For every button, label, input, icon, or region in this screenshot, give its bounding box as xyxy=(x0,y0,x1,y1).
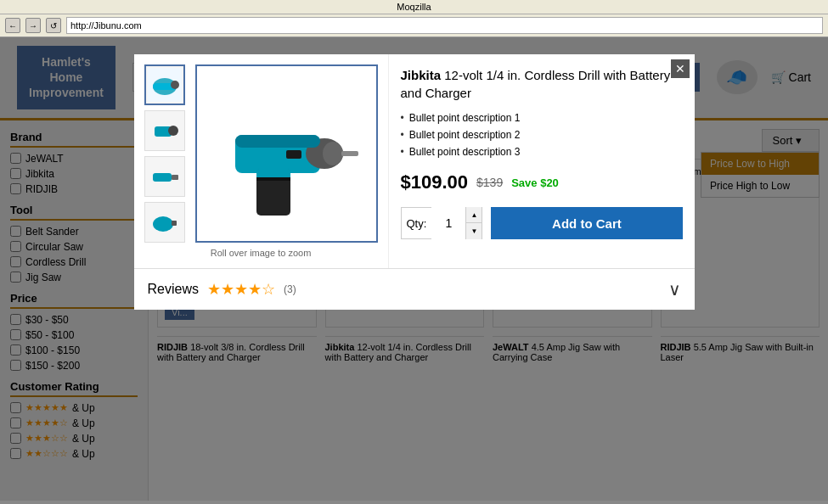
product-modal: ✕ xyxy=(134,54,695,310)
drill-image-svg xyxy=(201,76,371,232)
modal-product-name: 12-volt 1/4 in. Cordless Drill with Batt… xyxy=(401,68,671,100)
modal-body: Roll over image to zoom Jibkita 12-volt … xyxy=(134,54,695,268)
browser-title: Moqzilla xyxy=(0,0,828,14)
qty-label: Qty: xyxy=(402,217,432,230)
qty-up-button[interactable]: ▲ xyxy=(466,207,482,223)
current-price: $109.00 xyxy=(401,171,469,193)
bullet-2: Bullet point description 2 xyxy=(401,129,683,141)
thumbnail-2[interactable] xyxy=(144,110,185,151)
reviews-left: Reviews ★★★★☆ (3) xyxy=(148,280,296,299)
review-stars: ★★★★☆ xyxy=(207,280,275,299)
reviews-section[interactable]: Reviews ★★★★☆ (3) ∨ xyxy=(134,268,695,310)
bullet-1: Bullet point description 1 xyxy=(401,112,683,124)
modal-product-title: Jibkita 12-volt 1/4 in. Cordless Drill w… xyxy=(401,66,683,102)
save-text: Save $20 xyxy=(511,176,559,189)
svg-rect-21 xyxy=(256,177,290,181)
reload-button[interactable]: ↺ xyxy=(46,18,61,33)
thumbnail-1[interactable] xyxy=(144,64,185,105)
qty-down-button[interactable]: ▼ xyxy=(466,223,482,239)
zoom-text: Roll over image to zoom xyxy=(144,248,378,258)
review-count: (3) xyxy=(284,283,296,295)
modal-images-panel: Roll over image to zoom xyxy=(134,54,389,268)
svg-point-6 xyxy=(168,126,178,136)
svg-rect-12 xyxy=(172,221,177,226)
main-product-image xyxy=(195,64,378,243)
reviews-chevron-icon[interactable]: ∨ xyxy=(668,279,681,300)
add-to-cart-button[interactable]: Add to Cart xyxy=(491,207,682,239)
modal-details-panel: Jibkita 12-volt 1/4 in. Cordless Drill w… xyxy=(389,54,695,268)
qty-selector[interactable]: Qty: ▲ ▼ xyxy=(401,207,483,239)
bullet-list: Bullet point description 1 Bullet point … xyxy=(401,112,683,158)
svg-point-3 xyxy=(171,81,179,89)
modal-product-brand: Jibkita xyxy=(401,68,442,82)
bullet-3: Bullet point description 3 xyxy=(401,146,683,158)
svg-rect-9 xyxy=(172,175,178,180)
qty-input[interactable] xyxy=(431,207,465,239)
svg-point-16 xyxy=(323,142,343,165)
svg-point-11 xyxy=(153,216,173,232)
price-row: $109.00 $139 Save $20 xyxy=(401,171,683,193)
forward-button[interactable]: → xyxy=(25,18,41,33)
url-bar[interactable] xyxy=(66,17,823,34)
original-price: $139 xyxy=(476,176,503,189)
back-button[interactable]: ← xyxy=(5,18,20,33)
modal-close-button[interactable]: ✕ xyxy=(671,59,690,78)
modal-overlay: ✕ xyxy=(0,37,828,501)
reviews-title: Reviews xyxy=(148,282,199,297)
qty-cart-row: Qty: ▲ ▼ Add to Cart xyxy=(401,207,683,239)
thumbnail-4[interactable] xyxy=(144,202,185,243)
svg-rect-18 xyxy=(235,135,320,148)
thumbnail-3[interactable] xyxy=(144,156,185,197)
qty-arrows: ▲ ▼ xyxy=(465,207,482,239)
svg-rect-19 xyxy=(286,150,301,159)
svg-rect-8 xyxy=(153,173,172,182)
svg-rect-17 xyxy=(341,151,358,156)
